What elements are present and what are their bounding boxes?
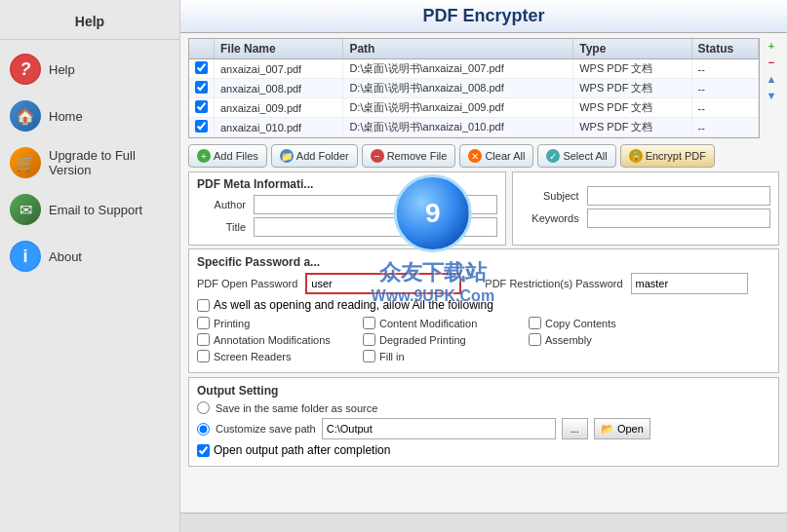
row-checkbox[interactable] — [195, 61, 208, 74]
table-row: anxaizai_010.pdf D:\桌面\说明书\anxaizai_010.… — [189, 118, 759, 137]
sidebar-item-email[interactable]: ✉ Email to Support — [0, 186, 179, 233]
open-after-checkbox[interactable] — [197, 444, 210, 457]
home-icon: 🏠 — [10, 100, 41, 132]
toolbar: + Add Files 📁 Add Folder − Remove File ✕… — [180, 140, 787, 171]
open-password-label: PDF Open Password — [197, 278, 297, 289]
same-folder-label: Save in the same folder as source — [216, 402, 377, 414]
clear-all-button[interactable]: ✕ Clear All — [459, 144, 533, 168]
fill-in-label: Fill in — [379, 351, 405, 362]
cell-filename: anxaizai_010.pdf — [215, 118, 343, 137]
col-checkbox — [189, 39, 215, 59]
file-table-wrapper: File Name Path Type Status anxaizai_007.… — [188, 38, 760, 138]
assembly-label: Assembly — [545, 334, 592, 346]
cell-status: -- — [691, 118, 758, 137]
row-checkbox[interactable] — [195, 120, 208, 133]
cell-path: D:\桌面\说明书\anxaizai_010.pdf — [343, 118, 573, 137]
remove-file-icon: − — [371, 149, 384, 163]
restriction-password-input[interactable] — [631, 273, 748, 294]
restriction-password-label: PDF Restriction(s) Password — [485, 278, 622, 289]
encrypt-pdf-button[interactable]: 🔒 Encrypt PDF — [620, 144, 715, 168]
remove-file-button[interactable]: − Remove File — [362, 144, 456, 168]
author-label: Author — [197, 199, 246, 210]
app-header: PDF Encrypter — [180, 0, 787, 33]
table-row: anxaizai_009.pdf D:\桌面\说明书\anxaizai_009.… — [189, 98, 759, 118]
move-up-button[interactable]: ▲ — [764, 71, 779, 87]
author-input[interactable] — [254, 195, 497, 214]
sidebar-label-email: Email to Support — [49, 203, 142, 217]
clear-all-icon: ✕ — [468, 149, 482, 163]
open-after-label: Open output path after completion — [214, 443, 390, 457]
assembly-checkbox[interactable] — [529, 333, 541, 346]
path-input[interactable] — [322, 418, 556, 439]
sidebar-item-help[interactable]: ? Help — [0, 46, 179, 93]
add-row-button[interactable]: + — [764, 38, 779, 54]
table-row: anxaizai_007.pdf D:\桌面\说明书\anxaizai_007.… — [189, 59, 759, 79]
keywords-input[interactable] — [587, 209, 770, 228]
title-label: Title — [197, 221, 246, 233]
add-folder-button[interactable]: 📁 Add Folder — [271, 144, 358, 168]
select-all-icon: ✓ — [546, 149, 560, 163]
status-bar — [180, 513, 787, 532]
cell-type: WPS PDF 文档 — [573, 59, 691, 79]
cell-status: -- — [691, 59, 758, 79]
fill-in-checkbox[interactable] — [363, 350, 375, 362]
cell-status: -- — [691, 79, 758, 98]
col-path: Path — [343, 39, 573, 59]
sidebar-label-help: Help — [49, 62, 75, 77]
move-down-button[interactable]: ▼ — [764, 88, 779, 103]
cell-filename: anxaizai_007.pdf — [215, 59, 343, 79]
select-all-button[interactable]: ✓ Select All — [537, 144, 615, 168]
sidebar: Help ? Help 🏠 Home 🛒 Upgrade to Full Ver… — [0, 0, 180, 532]
cell-type: WPS PDF 文档 — [573, 98, 691, 118]
sidebar-item-home[interactable]: 🏠 Home — [0, 93, 179, 139]
row-checkbox[interactable] — [195, 81, 208, 94]
cell-path: D:\桌面\说明书\anxaizai_009.pdf — [343, 98, 573, 118]
main-content: PDF Encrypter File Name Path Type Status… — [180, 0, 787, 532]
allow-all-checkbox[interactable] — [197, 299, 210, 312]
file-table: File Name Path Type Status anxaizai_007.… — [189, 39, 759, 137]
printing-label: Printing — [214, 318, 250, 329]
output-section-title: Output Setting — [197, 384, 770, 398]
copy-contents-checkbox[interactable] — [529, 317, 541, 329]
sidebar-label-home: Home — [49, 109, 83, 124]
cell-status: -- — [691, 98, 758, 118]
content-mod-checkbox[interactable] — [363, 317, 375, 329]
meta-section-title: PDF Meta Informati... — [197, 177, 497, 191]
open-password-input[interactable] — [305, 273, 461, 294]
sidebar-title: Help — [0, 8, 179, 40]
email-icon: ✉ — [10, 194, 41, 225]
screen-readers-checkbox[interactable] — [197, 350, 210, 362]
content-mod-label: Content Modification — [379, 318, 477, 329]
password-section: Specific Password a... PDF Open Password… — [188, 248, 779, 373]
browse-button[interactable]: ... — [562, 418, 588, 439]
same-folder-radio[interactable] — [197, 401, 210, 414]
folder-open-icon: 📂 — [601, 423, 614, 436]
open-button[interactable]: 📂 Open — [594, 418, 650, 439]
allow-all-label: As well as opening and reading, allow Al… — [214, 298, 493, 312]
sidebar-item-about[interactable]: i About — [0, 233, 179, 280]
permissions-group: Printing Content Modification Copy Conte… — [197, 315, 770, 366]
add-files-icon: + — [197, 149, 211, 163]
cell-type: WPS PDF 文档 — [573, 118, 691, 137]
help-icon: ? — [10, 54, 41, 85]
printing-checkbox[interactable] — [197, 317, 210, 329]
subject-input[interactable] — [587, 186, 770, 206]
remove-row-button[interactable]: − — [764, 55, 779, 70]
add-folder-icon: 📁 — [280, 149, 294, 163]
customize-label: Customize save path — [216, 423, 316, 435]
upgrade-icon: 🛒 — [10, 147, 41, 178]
customize-path-radio[interactable] — [197, 423, 210, 436]
degraded-printing-checkbox[interactable] — [363, 333, 375, 346]
annotation-mod-checkbox[interactable] — [197, 333, 210, 346]
annotation-mod-label: Annotation Modifications — [214, 334, 331, 346]
sidebar-item-upgrade[interactable]: 🛒 Upgrade to Full Version — [0, 139, 179, 186]
output-section: Output Setting Save in the same folder a… — [188, 377, 779, 467]
col-filename: File Name — [215, 39, 343, 59]
cell-filename: anxaizai_008.pdf — [215, 79, 343, 98]
keywords-label: Keywords — [521, 212, 579, 224]
title-input[interactable] — [254, 217, 497, 237]
add-files-button[interactable]: + Add Files — [188, 144, 267, 168]
row-checkbox[interactable] — [195, 100, 208, 113]
degraded-printing-label: Degraded Printing — [379, 334, 466, 346]
copy-contents-label: Copy Contents — [545, 318, 616, 329]
